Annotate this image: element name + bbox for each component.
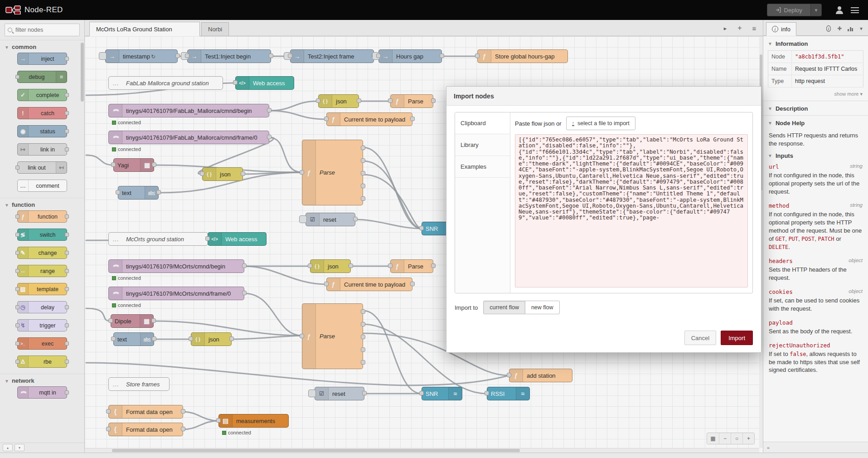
node-red-app: Node-RED Deploy ▼ ▼common →inject ≡debug… — [0, 0, 868, 458]
import-box: Clipboard Library Examples Paste flow js… — [455, 112, 753, 293]
dialog-title: Import nodes — [446, 87, 761, 106]
import-json-textarea[interactable]: [{"id":"765ec086.e6057","type":"tab","la… — [515, 134, 748, 287]
select-file-button[interactable]: ↑ select a file to import — [566, 117, 635, 130]
import-nodes-dialog: Import nodes Clipboard Library Examples … — [446, 86, 761, 353]
import-source-tabs: Clipboard Library Examples — [455, 112, 510, 293]
import-to-label: Import to — [455, 304, 478, 311]
import-button[interactable]: Import — [721, 331, 753, 345]
import-target-current-flow[interactable]: current flow — [483, 301, 525, 314]
import-tab-examples[interactable]: Examples — [455, 156, 510, 178]
import-tab-library[interactable]: Library — [455, 134, 510, 156]
dialog-footer: Cancel Import — [446, 323, 761, 352]
paste-label: Paste flow json or — [515, 120, 562, 127]
paste-row: Paste flow json or ↑ select a file to im… — [510, 112, 752, 134]
import-clipboard-panel: Paste flow json or ↑ select a file to im… — [510, 112, 752, 293]
cancel-button[interactable]: Cancel — [684, 331, 716, 345]
dialog-body: Clipboard Library Examples Paste flow js… — [446, 106, 761, 323]
upload-icon: ↑ — [572, 121, 575, 126]
import-target-group: current flow new flow — [483, 301, 559, 314]
import-to-row: Import to current flow new flow — [455, 301, 753, 314]
import-tab-clipboard[interactable]: Clipboard — [455, 112, 510, 134]
import-target-new-flow[interactable]: new flow — [525, 301, 560, 314]
